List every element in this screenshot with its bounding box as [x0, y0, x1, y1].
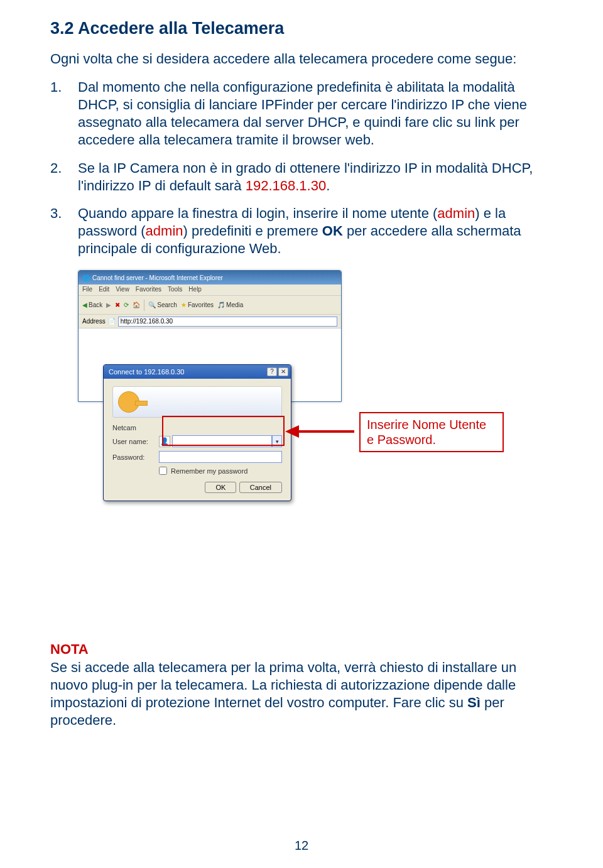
address-input[interactable] — [118, 317, 337, 327]
person-icon: 👤 — [159, 436, 170, 447]
auth-dialog: Connect to 192.168.0.30 ? ✕ Netcam User … — [103, 364, 291, 501]
help-button[interactable]: ? — [267, 367, 277, 376]
back-label: Back — [89, 301, 102, 308]
nota-title: NOTA — [50, 641, 89, 657]
username-row: User name: 👤 ▾ — [112, 435, 282, 447]
home-icon[interactable]: 🏠 — [133, 301, 140, 308]
ie-address-bar: Address 📄 — [79, 315, 341, 328]
back-icon: ◀ — [82, 301, 87, 308]
step-3-admin-2: admin — [146, 223, 183, 239]
step-1-text: Dal momento che nella configurazione pre… — [78, 79, 527, 148]
address-label: Address — [82, 318, 106, 325]
ie-titlebar: 🌐 Cannot find server - Microsoft Interne… — [79, 271, 341, 285]
menu-edit[interactable]: Edit — [99, 286, 109, 294]
ok-button[interactable]: OK — [205, 482, 236, 493]
password-label: Password: — [112, 453, 159, 461]
username-label: User name: — [112, 438, 159, 445]
arrow-line — [299, 430, 354, 433]
auth-realm: Netcam — [112, 424, 136, 431]
menu-view[interactable]: View — [116, 286, 129, 294]
auth-banner — [112, 386, 282, 418]
step-3: Quando appare la finestra di login, inse… — [50, 205, 553, 258]
intro-text: Ogni volta che si desidera accedere alla… — [50, 51, 553, 67]
step-3-text-c: ) predefiniti e premere — [183, 223, 322, 239]
username-input[interactable] — [172, 435, 272, 447]
step-3-text-a: Quando appare la finestra di login, inse… — [78, 205, 437, 221]
key-icon — [118, 391, 139, 413]
page-icon: 📄 — [108, 318, 116, 325]
favorites-label: Favorites — [188, 301, 214, 308]
media-label: Media — [226, 301, 243, 308]
remember-row: Remember my password — [159, 467, 282, 475]
nota-block: NOTA Se si accede alla telecamera per la… — [50, 641, 553, 729]
step-3-admin-1: admin — [437, 205, 475, 221]
screenshot-area: 🌐 Cannot find server - Microsoft Interne… — [78, 270, 467, 509]
nota-text-a: Se si accede alla telecamera per la prim… — [50, 659, 516, 710]
auth-body: Netcam User name: 👤 ▾ Password: Remember… — [104, 379, 291, 501]
step-2-ip: 192.168.1.30 — [246, 178, 326, 193]
password-input[interactable] — [159, 451, 282, 463]
step-1: Dal momento che nella configurazione pre… — [50, 79, 553, 149]
forward-icon[interactable]: ▶ — [106, 301, 111, 308]
cancel-button[interactable]: Cancel — [239, 482, 282, 493]
ie-app-icon: 🌐 — [82, 274, 90, 281]
media-button[interactable]: 🎵Media — [217, 301, 243, 308]
search-icon: 🔍 — [148, 301, 156, 308]
step-3-ok: OK — [322, 223, 343, 239]
remember-label: Remember my password — [171, 467, 247, 475]
close-button[interactable]: ✕ — [278, 367, 288, 376]
username-dropdown[interactable]: ▾ — [272, 435, 282, 447]
step-2-text-b: . — [326, 178, 330, 193]
search-button[interactable]: 🔍Search — [148, 301, 177, 308]
ie-title-text: Cannot find server - Microsoft Internet … — [92, 274, 223, 281]
password-row: Password: — [112, 451, 282, 463]
auth-buttons: OK Cancel — [112, 481, 282, 493]
back-button[interactable]: ◀Back — [82, 301, 102, 308]
ie-menubar[interactable]: File Edit View Favorites Tools Help — [79, 285, 341, 296]
menu-help[interactable]: Help — [188, 286, 202, 294]
menu-file[interactable]: File — [82, 286, 92, 294]
favorites-button[interactable]: ★Favorites — [181, 301, 214, 308]
nota-si: Sì — [467, 695, 481, 710]
search-label: Search — [157, 301, 177, 308]
auth-realm-row: Netcam — [112, 424, 282, 431]
arrow-left-icon — [285, 425, 299, 438]
section-heading: 3.2 Accedere alla Telecamera — [50, 19, 553, 38]
stop-icon[interactable]: ✖ — [115, 301, 120, 308]
star-icon: ★ — [181, 301, 187, 308]
auth-title-text: Connect to 192.168.0.30 — [109, 368, 184, 376]
callout-arrow — [285, 427, 354, 436]
callout-box: Inserire Nome Utente e Password. — [359, 412, 504, 452]
media-icon: 🎵 — [217, 301, 225, 308]
page-number: 12 — [0, 838, 603, 853]
remember-checkbox[interactable] — [159, 467, 167, 475]
refresh-icon[interactable]: ⟳ — [124, 301, 129, 308]
menu-favorites[interactable]: Favorites — [136, 286, 161, 294]
steps-list: Dal momento che nella configurazione pre… — [50, 79, 553, 258]
step-2: Se la IP Camera non è in grado di ottene… — [50, 160, 553, 195]
auth-titlebar: Connect to 192.168.0.30 ? ✕ — [104, 365, 291, 379]
ie-toolbar: ◀Back ▶ ✖ ⟳ 🏠 🔍Search ★Favorites 🎵Media — [79, 296, 341, 315]
menu-tools[interactable]: Tools — [168, 286, 182, 294]
